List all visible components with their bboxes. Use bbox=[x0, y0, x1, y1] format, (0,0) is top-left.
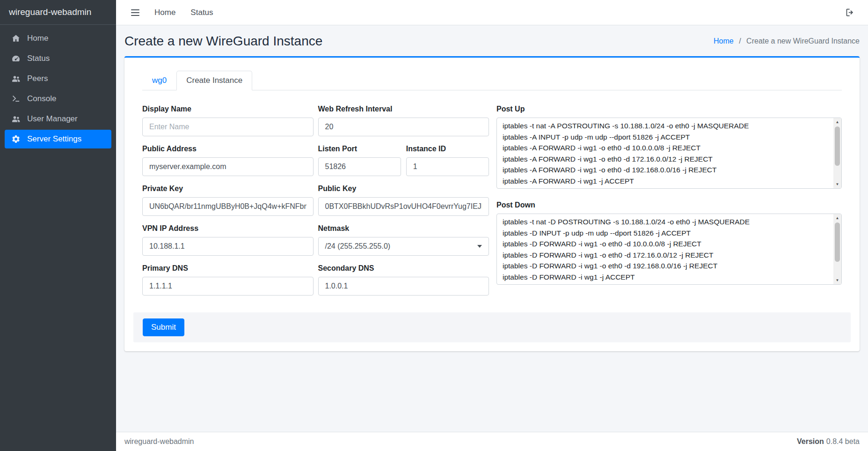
listen-port-input[interactable] bbox=[318, 157, 401, 176]
display-name-label: Display Name bbox=[142, 105, 314, 113]
instance-id-input[interactable] bbox=[406, 157, 489, 176]
web-refresh-label: Web Refresh Interval bbox=[318, 105, 489, 113]
brand-link[interactable]: wireguard-webadmin bbox=[0, 0, 116, 25]
scroll-thumb[interactable] bbox=[835, 222, 840, 262]
instance-id-group: Instance ID bbox=[406, 145, 489, 176]
vpn-ip-input[interactable] bbox=[142, 237, 314, 256]
navbar-link-status[interactable]: Status bbox=[183, 8, 220, 17]
post-down-textarea[interactable]: iptables -t nat -D POSTROUTING -s 10.188… bbox=[496, 214, 842, 285]
sidebar-item-label: Status bbox=[27, 54, 50, 63]
sidebar: wireguard-webadmin Home Status Peers Con… bbox=[0, 0, 116, 451]
instance-id-label: Instance ID bbox=[406, 145, 489, 153]
create-instance-card: wg0 Create Instance Display Name Web Ref… bbox=[124, 56, 860, 351]
netmask-group: Netmask /24 (255.255.255.0) bbox=[318, 224, 489, 256]
post-up-group: Post Up iptables -t nat -A POSTROUTING -… bbox=[496, 105, 842, 189]
form-left-columns: Display Name Web Refresh Interval Public… bbox=[142, 105, 489, 304]
public-key-input[interactable] bbox=[318, 197, 489, 216]
tab-wg0[interactable]: wg0 bbox=[142, 71, 176, 90]
footer-version: Version0.8.4 beta bbox=[797, 437, 860, 446]
secondary-dns-input[interactable] bbox=[318, 277, 489, 296]
submit-button[interactable]: Submit bbox=[143, 318, 184, 336]
post-up-label: Post Up bbox=[496, 105, 842, 113]
cogs-icon bbox=[11, 134, 21, 144]
netmask-label: Netmask bbox=[318, 224, 489, 233]
post-down-scrollbar[interactable]: ▲ ▼ bbox=[833, 214, 841, 284]
private-key-input[interactable] bbox=[142, 197, 314, 216]
submit-strip: Submit bbox=[133, 312, 851, 342]
post-down-label: Post Down bbox=[496, 201, 842, 209]
tachometer-icon bbox=[11, 54, 21, 63]
chevron-down-icon bbox=[477, 245, 482, 248]
primary-dns-label: Primary DNS bbox=[142, 264, 314, 273]
terminal-icon bbox=[11, 94, 21, 104]
breadcrumb-home-link[interactable]: Home bbox=[714, 37, 734, 45]
footer-brand: wireguard-webadmin bbox=[124, 437, 194, 446]
brand-title: wireguard-webadmin bbox=[9, 7, 91, 17]
listen-port-group: Listen Port bbox=[318, 145, 401, 176]
scroll-track[interactable] bbox=[833, 222, 841, 276]
public-address-label: Public Address bbox=[142, 145, 314, 153]
post-up-content: iptables -t nat -A POSTROUTING -s 10.188… bbox=[497, 118, 833, 188]
scroll-up-arrow[interactable]: ▲ bbox=[833, 214, 841, 222]
sidebar-item-label: Peers bbox=[27, 74, 48, 83]
public-key-group: Public Key bbox=[318, 185, 489, 216]
private-key-group: Private Key bbox=[142, 185, 314, 216]
scroll-up-arrow[interactable]: ▲ bbox=[833, 118, 841, 126]
menu-toggle-icon[interactable] bbox=[126, 7, 144, 18]
home-icon bbox=[11, 34, 21, 43]
post-down-content: iptables -t nat -D POSTROUTING -s 10.188… bbox=[497, 214, 833, 284]
breadcrumb-separator: / bbox=[739, 37, 741, 45]
tab-create-instance[interactable]: Create Instance bbox=[176, 71, 252, 90]
instance-tabs: wg0 Create Instance bbox=[142, 71, 842, 90]
instance-form: Display Name Web Refresh Interval Public… bbox=[142, 90, 842, 304]
vpn-ip-group: VPN IP Address bbox=[142, 224, 314, 256]
port-id-pair: Listen Port Instance ID bbox=[318, 145, 489, 176]
netmask-selected-value: /24 (255.255.255.0) bbox=[325, 242, 391, 251]
navbar-link-home[interactable]: Home bbox=[147, 8, 183, 17]
scroll-down-arrow[interactable]: ▼ bbox=[833, 276, 841, 284]
netmask-select[interactable]: /24 (255.255.255.0) bbox=[318, 237, 489, 256]
sidebar-item-label: Home bbox=[27, 34, 48, 43]
sidebar-item-home[interactable]: Home bbox=[5, 29, 111, 48]
sidebar-item-label: User Manager bbox=[27, 114, 78, 124]
sidebar-item-label: Console bbox=[27, 94, 56, 104]
form-right-column: Post Up iptables -t nat -A POSTROUTING -… bbox=[496, 105, 842, 304]
post-up-textarea[interactable]: iptables -t nat -A POSTROUTING -s 10.188… bbox=[496, 118, 842, 189]
scroll-thumb[interactable] bbox=[835, 126, 840, 166]
breadcrumb-current: Create a new WireGuard Instance bbox=[746, 37, 860, 45]
vpn-ip-label: VPN IP Address bbox=[142, 224, 314, 233]
post-up-scrollbar[interactable]: ▲ ▼ bbox=[833, 118, 841, 188]
content-header: Create a new WireGuard Instance Home / C… bbox=[116, 25, 868, 56]
primary-dns-input[interactable] bbox=[142, 277, 314, 296]
sidebar-item-peers[interactable]: Peers bbox=[5, 69, 111, 88]
sidebar-item-status[interactable]: Status bbox=[5, 49, 111, 68]
sidebar-nav: Home Status Peers Console User Manager S… bbox=[0, 25, 116, 154]
sidebar-item-server-settings[interactable]: Server Settings bbox=[5, 130, 111, 148]
content: Create a new WireGuard Instance Home / C… bbox=[116, 25, 868, 432]
public-address-group: Public Address bbox=[142, 145, 314, 176]
page-footer: wireguard-webadmin Version0.8.4 beta bbox=[116, 432, 868, 451]
footer-version-value: 0.8.4 beta bbox=[826, 437, 860, 445]
footer-version-label: Version bbox=[797, 437, 824, 445]
web-refresh-input[interactable] bbox=[318, 118, 489, 136]
secondary-dns-label: Secondary DNS bbox=[318, 264, 489, 273]
web-refresh-group: Web Refresh Interval bbox=[318, 105, 489, 136]
private-key-label: Private Key bbox=[142, 185, 314, 193]
logout-icon[interactable] bbox=[842, 6, 858, 19]
display-name-input[interactable] bbox=[142, 118, 314, 136]
scroll-track[interactable] bbox=[833, 126, 841, 180]
display-name-group: Display Name bbox=[142, 105, 314, 136]
public-address-input[interactable] bbox=[142, 157, 314, 176]
breadcrumb: Home / Create a new WireGuard Instance bbox=[714, 37, 860, 45]
card-body: wg0 Create Instance Display Name Web Ref… bbox=[124, 58, 860, 304]
post-down-group: Post Down iptables -t nat -D POSTROUTING… bbox=[496, 201, 842, 285]
secondary-dns-group: Secondary DNS bbox=[318, 264, 489, 296]
users-gear-icon bbox=[11, 114, 21, 124]
listen-port-label: Listen Port bbox=[318, 145, 401, 153]
sidebar-item-console[interactable]: Console bbox=[5, 89, 111, 108]
sidebar-item-label: Server Settings bbox=[27, 134, 81, 144]
users-icon bbox=[11, 74, 21, 83]
sidebar-item-user-manager[interactable]: User Manager bbox=[5, 110, 111, 128]
top-navbar: Home Status bbox=[116, 0, 868, 25]
scroll-down-arrow[interactable]: ▼ bbox=[833, 180, 841, 188]
